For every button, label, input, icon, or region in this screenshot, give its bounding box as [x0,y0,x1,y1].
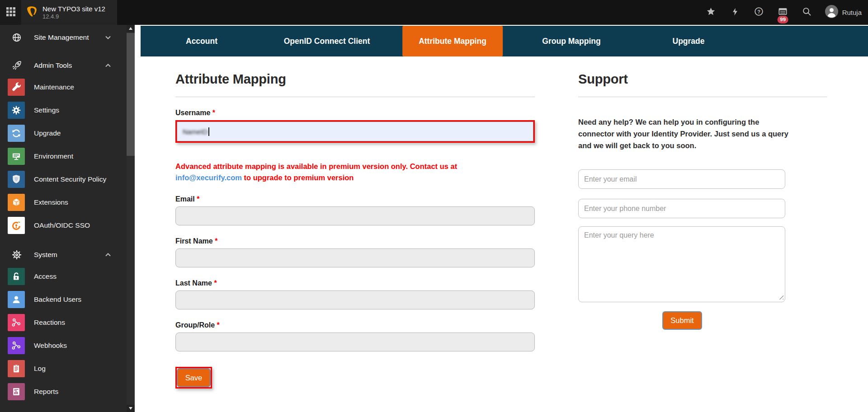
notice-text-before: Advanced attribute mapping is available … [175,162,457,170]
bookmark-button[interactable] [705,7,717,19]
typo3-logo-icon [26,5,38,19]
group-role-label: Group/Role * [175,321,535,329]
chevron-up-icon[interactable] [105,64,111,68]
save-button[interactable]: Save [177,368,211,387]
sidebar-item-environment[interactable]: Environment [0,145,127,168]
save-highlight-box: Save [175,367,212,389]
sidebar-section-admin-tools[interactable]: Admin Tools [0,56,127,75]
sidebar-item-label: Log [34,365,46,373]
sidebar-item-label: Reactions [34,318,65,327]
site-brand[interactable]: New TYPO3 site v12 12.4.9 [21,0,117,25]
tab-attribute-mapping[interactable]: Attribute Mapping [402,26,503,56]
page-title: Attribute Mapping [175,71,535,87]
sidebar-item-settings[interactable]: Settings [0,98,127,122]
sidebar-item-reports[interactable]: Reports [0,380,127,403]
scrollbar-thumb[interactable] [127,33,135,156]
sidebar-section-site-management[interactable]: Site Management [0,28,127,47]
tab-openid-connect-client[interactable]: OpenID Connect Client [284,26,370,56]
email-input [175,206,535,225]
label-text: Last Name [175,279,212,287]
first-name-label: First Name * [175,237,535,245]
sidebar-item-content-security-policy[interactable]: Content Security Policy [0,168,127,191]
sidebar-item-reactions[interactable]: Reactions [0,311,127,334]
required-asterisk: * [215,237,217,245]
sidebar-item-extensions[interactable]: Extensions [0,191,127,214]
submit-button[interactable]: Submit [662,311,702,330]
required-asterisk: * [217,321,220,329]
premium-email-link[interactable]: info@xecurify.com [175,173,242,182]
triangle-down-icon [129,407,132,410]
unlock-icon [8,268,25,285]
sidebar-item-access[interactable]: Access [0,265,127,288]
attribute-mapping-panel: Attribute Mapping Username * NameID Adva… [175,56,535,389]
label-text: First Name [175,237,213,245]
sidebar-item-label: Settings [34,106,59,114]
sidebar-scrollbar[interactable] [127,25,135,412]
first-name-field-group: First Name * [175,237,535,267]
notice-text-after: to upgrade to premium version [242,173,354,182]
open-documents-button[interactable]: 99 [777,7,789,19]
sidebar-item-label: Upgrade [34,129,61,137]
group-role-input [175,332,535,351]
section-label: Site Management [34,33,89,42]
last-name-field-group: Last Name * [175,279,535,309]
miniorange-icon [8,217,25,234]
scroll-up-arrow[interactable] [127,25,135,32]
chevron-up-icon[interactable] [105,253,111,257]
tab-account[interactable]: Account [186,26,217,56]
modules-grid-icon [6,7,15,18]
search-button[interactable] [801,7,813,19]
user-name: Rutuja [842,9,862,16]
scroll-down-arrow[interactable] [127,405,135,412]
username-label: Username * [175,109,535,117]
support-title: Support [578,71,831,87]
tab-upgrade[interactable]: Upgrade [673,26,705,56]
sidebar-item-oauth-oidc-sso[interactable]: OAuth/OIDC SSO [0,214,127,237]
module-sidebar: Site Management Admin Tools Maintenance … [0,25,127,412]
wrench-icon [8,79,25,96]
server-icon [8,148,25,165]
sidebar-item-label: Environment [34,152,73,160]
gear-outline-icon [11,249,22,260]
help-icon: ? [754,6,764,19]
tab-group-mapping[interactable]: Group Mapping [542,26,600,56]
sidebar-item-label: Extensions [34,198,68,206]
support-email-input[interactable] [578,169,785,189]
sidebar-item-webhooks[interactable]: Webhooks [0,334,127,357]
bookmark-star-icon [706,6,716,19]
topbar-toolbar: ? 99 Rutuja [705,5,868,20]
label-text: Username [175,109,210,117]
sidebar-item-upgrade[interactable]: Upgrade [0,122,127,145]
sidebar-item-log[interactable]: Log [0,357,127,380]
sidebar-item-maintenance[interactable]: Maintenance [0,75,127,98]
clear-cache-button[interactable] [729,7,741,19]
group-role-field-group: Group/Role * [175,321,535,351]
sidebar-item-label: OAuth/OIDC SSO [34,221,90,229]
sidebar-section-system[interactable]: System [0,245,127,265]
support-phone-input[interactable] [578,199,785,218]
section-divider [175,97,535,97]
chevron-down-icon[interactable] [105,36,111,40]
support-query-textarea[interactable] [578,226,785,302]
username-highlight-box: NameID [175,120,535,143]
bar-chart-icon [8,383,25,400]
user-menu[interactable]: Rutuja [825,5,862,20]
topbar: New TYPO3 site v12 12.4.9 ? 99 [0,0,868,25]
email-field-group: Email * [175,195,535,225]
rocket-icon [11,60,22,71]
section-divider [578,97,827,97]
share-nodes-icon [8,314,25,331]
sidebar-item-backend-users[interactable]: Backend Users [0,288,127,311]
help-button[interactable]: ? [753,7,765,19]
plugin-tabbar: Account OpenID Connect Client Attribute … [141,26,868,56]
username-field-group: Username * NameID [175,109,535,143]
label-text: Group/Role [175,321,215,329]
username-input[interactable]: NameID [177,122,533,141]
notification-badge: 99 [777,16,788,23]
section-label: System [34,251,57,259]
shield-icon [8,171,25,188]
user-icon [8,291,25,308]
modules-menu-button[interactable] [0,0,21,25]
user-avatar-icon [825,5,838,20]
webhook-icon [8,337,25,354]
